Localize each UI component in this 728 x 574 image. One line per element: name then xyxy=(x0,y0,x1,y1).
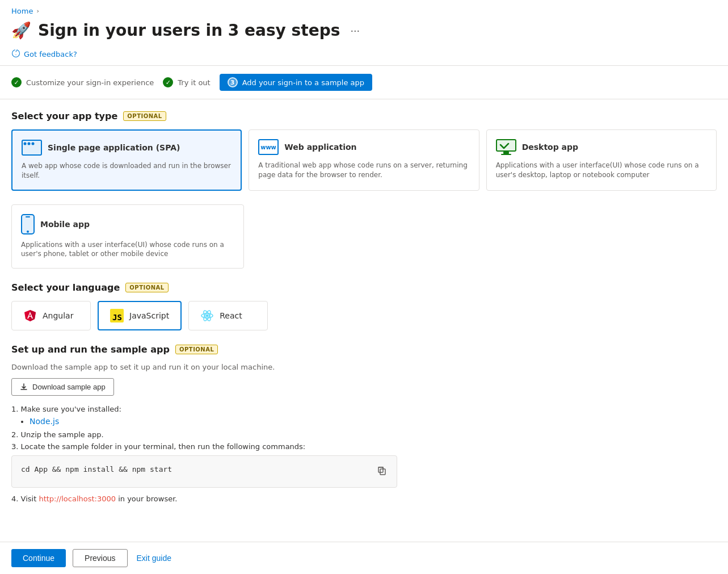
language-section-header: Select your language OPTIONAL xyxy=(11,282,717,293)
breadcrumb-home[interactable]: Home xyxy=(11,7,33,15)
step-2-label: Try it out xyxy=(178,78,210,87)
step-3[interactable]: 3 Add your sign-in to a sample app xyxy=(220,74,372,91)
localhost-link[interactable]: http://localhost:3000 xyxy=(39,495,116,503)
main-content: Select your app type OPTIONAL Single pag… xyxy=(0,99,728,562)
app-type-card-spa[interactable]: Single page application (SPA) A web app … xyxy=(11,129,242,191)
desktop-card-title: Desktop app xyxy=(522,143,578,152)
react-icon xyxy=(200,309,214,322)
footer-bar: Continue Previous Exit guide xyxy=(0,542,728,574)
javascript-icon: JS xyxy=(110,309,124,322)
spa-card-header: Single page application (SPA) xyxy=(22,140,232,156)
setup-section: Set up and run the sample app OPTIONAL D… xyxy=(11,344,717,503)
svg-point-1 xyxy=(24,143,27,145)
download-icon xyxy=(20,383,28,391)
step-3-number: 3 xyxy=(228,77,238,87)
step-1[interactable]: ✓ Customize your sign-in experience xyxy=(11,74,163,91)
svg-point-18 xyxy=(206,315,209,317)
react-label: React xyxy=(220,311,242,320)
instructions: 1. Make sure you've installed: Node.js 2… xyxy=(11,405,717,503)
step-1-label: Customize your sign-in experience xyxy=(26,78,154,87)
svg-point-3 xyxy=(32,143,35,145)
svg-text:JS: JS xyxy=(112,313,122,322)
angular-icon xyxy=(23,309,37,322)
desktop-card-header: Desktop app xyxy=(496,139,707,155)
code-block: cd App && npm install && npm start xyxy=(11,455,397,488)
step-3-text: 3. Locate the sample folder in your term… xyxy=(11,442,717,451)
svg-rect-11 xyxy=(26,216,30,217)
lang-card-angular[interactable]: Angular xyxy=(11,301,91,330)
app-type-card-desktop[interactable]: Desktop app Applications with a user int… xyxy=(486,129,717,191)
rocket-icon: 🚀 xyxy=(11,21,31,40)
language-title: Select your language xyxy=(11,282,120,293)
desktop-card-desc: Applications with a user interface(UI) w… xyxy=(496,161,707,180)
breadcrumb-separator: › xyxy=(36,7,39,15)
lang-card-javascript[interactable]: JS JavaScript xyxy=(98,301,182,330)
code-content: cd App && npm install && npm start xyxy=(21,465,172,474)
copy-code-button[interactable] xyxy=(376,465,388,478)
desktop-icon xyxy=(496,139,516,155)
setup-section-header: Set up and run the sample app OPTIONAL xyxy=(11,344,717,355)
mobile-card-header: Mobile app xyxy=(21,214,234,234)
web-card-header: www Web application xyxy=(258,139,469,155)
svg-rect-23 xyxy=(378,467,383,472)
feedback-bar[interactable]: Got feedback? xyxy=(0,45,728,66)
svg-rect-7 xyxy=(503,152,509,154)
exit-guide-button[interactable]: Exit guide xyxy=(134,549,174,567)
mobile-card-desc: Applications with a user interface(UI) w… xyxy=(21,240,234,259)
step-1-text: 1. Make sure you've installed: xyxy=(11,405,717,413)
step-2-check: ✓ xyxy=(163,77,173,87)
svg-text:www: www xyxy=(260,144,276,150)
svg-point-10 xyxy=(27,231,29,233)
previous-button[interactable]: Previous xyxy=(73,549,127,567)
more-options-button[interactable]: ··· xyxy=(347,23,363,38)
step-1-check: ✓ xyxy=(11,77,22,87)
feedback-icon xyxy=(11,49,20,60)
app-type-section-header: Select your app type OPTIONAL xyxy=(11,111,717,121)
mobile-icon xyxy=(21,214,35,234)
spa-card-title: Single page application (SPA) xyxy=(48,143,180,152)
spa-icon xyxy=(22,140,42,156)
breadcrumb: Home › xyxy=(0,0,728,19)
svg-rect-8 xyxy=(501,154,511,155)
mobile-card-title: Mobile app xyxy=(40,220,90,229)
step-2-text: 2. Unzip the sample app. xyxy=(11,430,717,439)
download-btn-label: Download sample app xyxy=(32,383,106,391)
steps-bar: ✓ Customize your sign-in experience ✓ Tr… xyxy=(0,66,728,99)
app-type-title: Select your app type xyxy=(11,111,117,121)
continue-button[interactable]: Continue xyxy=(11,549,66,567)
spa-card-desc: A web app whose code is downloaded and r… xyxy=(22,161,232,181)
language-optional-badge: OPTIONAL xyxy=(125,283,168,292)
setup-desc: Download the sample app to set it up and… xyxy=(11,363,717,371)
app-type-optional-badge: OPTIONAL xyxy=(123,111,166,121)
app-type-card-mobile[interactable]: Mobile app Applications with a user inte… xyxy=(11,204,244,269)
setup-optional-badge: OPTIONAL xyxy=(175,345,218,354)
nodejs-link[interactable]: Node.js xyxy=(30,417,59,426)
nodejs-item: Node.js xyxy=(30,417,717,426)
nodejs-list: Node.js xyxy=(11,417,717,426)
lang-card-react[interactable]: React xyxy=(188,301,268,330)
step-3-label: Add your sign-in to a sample app xyxy=(242,78,364,87)
javascript-label: JavaScript xyxy=(129,311,169,320)
app-type-card-web[interactable]: www Web application A traditional web ap… xyxy=(249,129,479,191)
web-icon: www xyxy=(258,139,279,155)
copy-icon xyxy=(377,466,386,475)
angular-label: Angular xyxy=(43,311,73,320)
step-2[interactable]: ✓ Try it out xyxy=(163,74,219,91)
page-header: 🚀 Sign in your users in 3 easy steps ··· xyxy=(0,19,728,45)
web-card-title: Web application xyxy=(284,143,356,152)
step-4-text: 4. Visit http://localhost:3000 in your b… xyxy=(11,495,717,503)
app-type-grid: Single page application (SPA) A web app … xyxy=(11,129,717,191)
svg-point-2 xyxy=(28,143,31,145)
feedback-label[interactable]: Got feedback? xyxy=(24,50,77,58)
web-card-desc: A traditional web app whose code runs on… xyxy=(258,161,469,180)
page-title: Sign in your users in 3 easy steps xyxy=(38,21,340,40)
language-grid: Angular JS JavaScript React xyxy=(11,301,717,330)
setup-title: Set up and run the sample app xyxy=(11,344,170,355)
download-sample-app-button[interactable]: Download sample app xyxy=(11,378,114,396)
